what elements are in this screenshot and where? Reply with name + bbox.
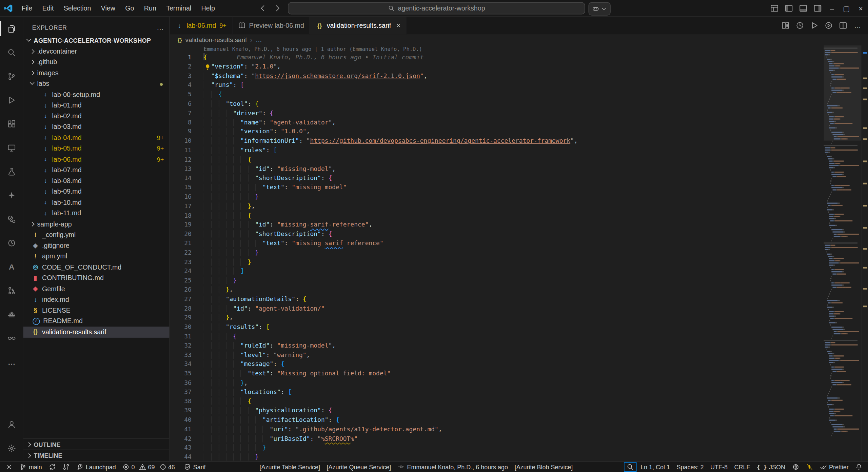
status-launchpad[interactable]: Launchpad xyxy=(73,462,119,472)
status-remote-indicator[interactable] xyxy=(2,462,16,472)
menu-file[interactable]: File xyxy=(17,2,37,14)
tree-item-lab-04.md[interactable]: ↓lab-04.md9+ xyxy=(23,132,170,143)
activity-pull-requests[interactable] xyxy=(0,278,23,302)
tree-item-LICENSE[interactable]: §LICENSE xyxy=(23,305,170,316)
tree-item-labs[interactable]: labs xyxy=(23,78,170,89)
activity-gitlens[interactable] xyxy=(0,231,23,255)
code-line-9[interactable]: 9 "version": "1.0.0", xyxy=(170,127,824,137)
tree-item-lab-02.md[interactable]: ↓lab-02.md xyxy=(23,111,170,122)
tree-item-README.md[interactable]: iREADME.md xyxy=(23,316,170,327)
code-line-8[interactable]: 8 "name": "agent-validator", xyxy=(170,118,824,127)
scrollbar[interactable] xyxy=(861,45,868,461)
tree-item-lab-08.md[interactable]: ↓lab-08.md xyxy=(23,176,170,186)
code-line-19[interactable]: 19 "id": "missing-sarif-reference", xyxy=(170,220,824,230)
menu-terminal[interactable]: Terminal xyxy=(161,2,196,14)
status-thunder-client[interactable] xyxy=(803,462,816,472)
activity-accounts[interactable] xyxy=(0,412,23,436)
activity-settings[interactable] xyxy=(0,436,23,460)
status-git-blame-status[interactable]: Emmanuel Knafo, Ph.D., 6 hours ago xyxy=(394,462,511,472)
activity-additional-views[interactable]: … xyxy=(0,350,23,374)
activity-search[interactable] xyxy=(0,40,23,64)
back-icon[interactable] xyxy=(259,4,268,13)
code-line-26[interactable]: 26 }, xyxy=(170,286,824,295)
explorer-more-actions[interactable]: … xyxy=(157,23,164,32)
code-line-44[interactable]: 44 } xyxy=(170,453,824,461)
menu-edit[interactable]: Edit xyxy=(37,2,59,14)
code-line-30[interactable]: 30 "results": [ xyxy=(170,323,824,332)
status-zoom-status[interactable] xyxy=(624,462,637,472)
sidebar-right-toggle[interactable] xyxy=(810,0,825,17)
history-button[interactable] xyxy=(794,19,806,32)
play-circle-button[interactable] xyxy=(823,19,835,32)
status-cursor-position[interactable]: Ln 1, Col 1 xyxy=(637,462,673,472)
tree-item-_config.yml[interactable]: !_config.yml xyxy=(23,230,170,240)
menu-selection[interactable]: Selection xyxy=(59,2,96,14)
code-line-43[interactable]: 43 } xyxy=(170,444,824,453)
status-indentation[interactable]: Spaces: 2 xyxy=(673,462,707,472)
code-line-15[interactable]: 15 "text": "missing model" xyxy=(170,183,824,193)
code-line-12[interactable]: 12 { xyxy=(170,155,824,164)
code-line-14[interactable]: 14 "shortDescription": { xyxy=(170,174,824,183)
code-line-3[interactable]: 3 "$schema": "https://json.schemastore.o… xyxy=(170,72,824,81)
forward-icon[interactable] xyxy=(273,4,282,13)
activity-azure-pipelines[interactable] xyxy=(0,326,23,350)
code-line-1[interactable]: 1{ Emmanuel Knafo, Ph.D., 6 hours ago • … xyxy=(170,53,824,62)
minimize-button[interactable]: – xyxy=(825,0,839,17)
code-line-29[interactable]: 29 }, xyxy=(170,314,824,323)
status-azurite-blob[interactable]: [Azurite Blob Service] xyxy=(511,462,576,472)
code-line-28[interactable]: 28 "id": "agent-validation/" xyxy=(170,304,824,313)
code-line-2[interactable]: 2 "version": "2.1.0", xyxy=(170,62,824,72)
tree-item-Gemfile[interactable]: ◆Gemfile xyxy=(23,283,170,294)
tree-item-lab-06.md[interactable]: ↓lab-06.md9+ xyxy=(23,154,170,165)
workspace-root-row[interactable]: AGENTIC-ACCELERATOR-WORKSHOP xyxy=(23,35,170,46)
breadcrumb[interactable]: {} validation-results.sarif › … xyxy=(170,34,868,45)
code-line-17[interactable]: 17 }, xyxy=(170,202,824,211)
code-line-5[interactable]: 5 { xyxy=(170,90,824,99)
code-line-31[interactable]: 31 { xyxy=(170,332,824,341)
more-actions-button[interactable]: … xyxy=(851,19,864,32)
status-encoding[interactable]: UTF-8 xyxy=(707,462,731,472)
code-line-10[interactable]: 10 "informationUri": "https://github.com… xyxy=(170,137,824,146)
menu-go[interactable]: Go xyxy=(120,2,139,14)
code-line-22[interactable]: 22 } xyxy=(170,249,824,258)
code-line-13[interactable]: 13 "id": "missing-model", xyxy=(170,165,824,174)
activity-explorer[interactable] xyxy=(0,17,23,40)
status-eol[interactable]: CRLF xyxy=(731,462,754,472)
tree-item-.devcontainer[interactable]: .devcontainer xyxy=(23,46,170,57)
code-line-23[interactable]: 23 } xyxy=(170,258,824,267)
status-prettier[interactable]: Prettier xyxy=(816,462,852,472)
close-icon[interactable]: × xyxy=(397,22,400,29)
tree-item-images[interactable]: images xyxy=(23,67,170,78)
panel-bottom-toggle[interactable] xyxy=(796,0,810,17)
status-azurite-queue[interactable]: [Azurite Queue Service] xyxy=(323,462,394,472)
code-line-35[interactable]: 35 "text": "Missing optional field: mode… xyxy=(170,369,824,378)
activity-source-control[interactable] xyxy=(0,64,23,88)
play-button[interactable] xyxy=(808,19,821,32)
menu-run[interactable]: Run xyxy=(139,2,161,14)
menu-view[interactable]: View xyxy=(96,2,120,14)
code-line-18[interactable]: 18 { xyxy=(170,211,824,220)
code-line-37[interactable]: 37 "locations": [ xyxy=(170,388,824,397)
tree-item-apm.yml[interactable]: !apm.yml xyxy=(23,251,170,262)
code-line-34[interactable]: 34 "message": { xyxy=(170,360,824,369)
tree-item-CODE_OF_CONDUCT.md[interactable]: ◎CODE_OF_CONDUCT.md xyxy=(23,262,170,273)
tree-item-.github[interactable]: .github xyxy=(23,57,170,67)
minimap[interactable] xyxy=(824,45,861,461)
code-line-27[interactable]: 27 "automationDetails": { xyxy=(170,295,824,304)
status-azurite-table[interactable]: [Azurite Table Service] xyxy=(256,462,323,472)
status-branch[interactable]: main xyxy=(16,462,45,472)
tree-item-lab-11.md[interactable]: ↓lab-11.md xyxy=(23,208,170,219)
tree-item-validation-results.sarif[interactable]: {}validation-results.sarif xyxy=(23,327,170,337)
status-problems[interactable]: 06946 xyxy=(119,462,181,472)
tree-item-CONTRIBUTING.md[interactable]: ▮CONTRIBUTING.md xyxy=(23,273,170,283)
tree-item-lab-03.md[interactable]: ↓lab-03.md xyxy=(23,121,170,132)
status-ports[interactable] xyxy=(789,462,803,472)
code-line-4[interactable]: 4 "runs": [ xyxy=(170,81,824,90)
status-notifications[interactable] xyxy=(852,462,866,472)
activity-run-and-debug[interactable] xyxy=(0,88,23,112)
activity-azure[interactable]: A xyxy=(0,255,23,278)
tree-item-index.md[interactable]: ↓index.md xyxy=(23,294,170,305)
status-compare[interactable] xyxy=(59,462,73,472)
sidebar-left-toggle[interactable] xyxy=(782,0,796,17)
activity-remote-explorer[interactable] xyxy=(0,136,23,159)
